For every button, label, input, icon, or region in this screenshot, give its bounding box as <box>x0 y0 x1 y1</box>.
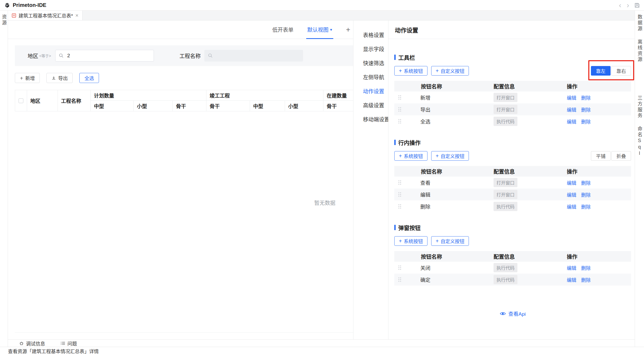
plus-icon: + <box>436 153 439 159</box>
left-rail: 资源 <box>0 11 8 347</box>
delete-link[interactable]: 删除 <box>581 106 591 113</box>
settings-nav-fields[interactable]: 显示字段 <box>353 42 388 56</box>
drag-handle-icon[interactable] <box>398 119 420 124</box>
table-row: 关闭 执行代码 编辑删除 <box>394 262 631 274</box>
action-settings-panel: 动作设置 工具栏 + 系统按钮 <box>388 20 635 339</box>
delete-link[interactable]: 删除 <box>581 118 591 125</box>
chevron-down-icon: ▾ <box>330 27 332 32</box>
drag-handle-icon[interactable] <box>398 277 420 282</box>
config-chip: 执行代码 <box>494 275 517 284</box>
plus-icon: + <box>399 68 402 73</box>
rail-item-resources[interactable]: 资源 <box>1 14 7 26</box>
delete-link[interactable]: 删除 <box>581 191 591 198</box>
view-api-link[interactable]: 查看Api <box>394 310 631 317</box>
list-icon <box>60 341 65 345</box>
system-button-add[interactable]: + 系统按钮 <box>394 151 427 161</box>
custom-button-add[interactable]: + 自定义按钮 <box>431 236 469 246</box>
custom-button-add[interactable]: + 自定义按钮 <box>431 151 469 161</box>
save-icon[interactable] <box>634 3 640 8</box>
delete-link[interactable]: 删除 <box>581 264 591 271</box>
button-name: 编辑 <box>420 191 494 198</box>
app-window: Primeton-IDE ‹ › 资源 建筑工程基本情况汇总表* × <box>0 0 644 355</box>
select-all-checkbox[interactable] <box>19 98 23 103</box>
filter-project-input[interactable] <box>204 50 303 62</box>
empty-text: 暂无数据 <box>314 199 335 207</box>
delete-link[interactable]: 删除 <box>581 179 591 186</box>
custom-button-add[interactable]: + 自定义按钮 <box>431 66 469 76</box>
table-row: 全选 执行代码 编辑删除 <box>394 115 631 127</box>
col-header: 中型 <box>250 101 285 111</box>
rail-item-named-sql[interactable]: 命名Sql <box>636 126 643 157</box>
export-button[interactable]: 导出 <box>46 73 73 83</box>
settings-nav-left-nav[interactable]: 左侧导航 <box>353 70 388 84</box>
tab-form-summary[interactable]: 建筑工程基本情况汇总表* × <box>8 11 83 20</box>
plus-icon: + <box>20 75 23 81</box>
tile-toggle[interactable]: 平铺 <box>591 151 611 161</box>
drag-handle-icon[interactable] <box>398 204 420 209</box>
edit-link[interactable]: 编辑 <box>567 179 576 186</box>
system-button-add[interactable]: + 系统按钮 <box>394 66 427 76</box>
settings-nav-advanced[interactable]: 高级设置 <box>353 98 388 112</box>
table-row: 确定 执行代码 编辑删除 <box>394 274 631 286</box>
col-header-project-name: 工程名称 <box>58 90 91 111</box>
edit-link[interactable]: 编辑 <box>567 276 576 283</box>
th-operations: 操作 <box>567 253 631 260</box>
problems-button[interactable]: 问题 <box>60 340 77 347</box>
edit-link[interactable]: 编辑 <box>567 118 576 125</box>
drag-handle-icon[interactable] <box>398 180 420 185</box>
drag-handle-icon[interactable] <box>398 95 420 100</box>
edit-link[interactable]: 编辑 <box>567 94 576 101</box>
rail-item-offline-resources[interactable]: 离线资源 <box>636 39 643 63</box>
dialog-buttons-table: 按钮名称 配置信息 操作 关闭 执行代码 编辑删除 <box>394 251 631 286</box>
delete-link[interactable]: 删除 <box>581 276 591 283</box>
filter-region-operator[interactable]: <等于> <box>39 53 51 58</box>
debug-info-button[interactable]: 调试信息 <box>19 340 45 347</box>
nav-back-icon[interactable]: ‹ <box>619 2 621 9</box>
inline-buttons-table: 按钮名称 配置信息 操作 查看 打开窗口 编辑删除 <box>394 166 631 212</box>
edit-link[interactable]: 编辑 <box>567 264 576 271</box>
delete-link[interactable]: 删除 <box>581 203 591 210</box>
rail-item-third-party-services[interactable]: 三方服务 <box>636 95 643 119</box>
delete-link[interactable]: 删除 <box>581 94 591 101</box>
settings-nav-table[interactable]: 表格设置 <box>353 28 388 42</box>
th-button-name: 按钮名称 <box>420 82 494 90</box>
plus-icon: + <box>436 238 439 244</box>
button-name: 新增 <box>420 94 494 101</box>
collapse-toggle[interactable]: 折叠 <box>611 151 631 161</box>
align-left-toggle[interactable]: 靠左 <box>591 66 611 76</box>
drag-handle-icon[interactable] <box>398 192 420 197</box>
debug-icon <box>19 341 24 346</box>
filter-region-input[interactable] <box>55 50 154 62</box>
default-view-tab[interactable]: 默认视图 ▾ <box>307 20 332 39</box>
edit-link[interactable]: 编辑 <box>567 203 576 210</box>
button-name: 关闭 <box>420 264 494 271</box>
section-inline-ops: 行内操作 + 系统按钮 + 自定义按钮 <box>394 138 631 212</box>
config-chip: 打开窗口 <box>494 93 517 102</box>
form-type-label[interactable]: 低开表单 <box>272 26 293 33</box>
settings-nav-actions[interactable]: 动作设置 <box>353 84 388 98</box>
drag-handle-icon[interactable] <box>398 107 420 112</box>
settings-nav-mobile[interactable]: 移动端设置 <box>353 112 388 126</box>
add-view-button[interactable]: + <box>346 26 350 33</box>
toolbar-buttons-table: 按钮名称 配置信息 操作 新增 打开窗口 编辑删除 <box>394 81 631 127</box>
layout-toggle-group: 平铺 折叠 <box>591 151 631 161</box>
align-right-toggle[interactable]: 靠右 <box>611 66 631 76</box>
settings-nav-quick-filter[interactable]: 快速筛选 <box>353 56 388 70</box>
table-row: 编辑 打开窗口 编辑删除 <box>394 189 631 200</box>
add-row-button[interactable]: + 新增 <box>15 73 40 83</box>
table-row: 查看 打开窗口 编辑删除 <box>394 177 631 189</box>
edit-link[interactable]: 编辑 <box>567 106 576 113</box>
system-button-add[interactable]: + 系统按钮 <box>394 236 427 246</box>
filter-region-searchbox <box>55 50 154 62</box>
plus-icon: + <box>399 153 402 159</box>
eye-icon <box>500 312 506 316</box>
drag-handle-icon[interactable] <box>398 265 420 270</box>
title-bar: Primeton-IDE ‹ › <box>0 0 644 11</box>
select-all-button[interactable]: 全选 <box>79 73 99 83</box>
edit-link[interactable]: 编辑 <box>567 191 576 198</box>
rail-item-datasource[interactable]: 数据源 <box>636 14 643 32</box>
plus-icon: + <box>436 68 439 73</box>
nav-forward-icon[interactable]: › <box>627 2 629 9</box>
tab-close-icon[interactable]: × <box>75 13 79 18</box>
col-header: 小型 <box>285 101 323 111</box>
